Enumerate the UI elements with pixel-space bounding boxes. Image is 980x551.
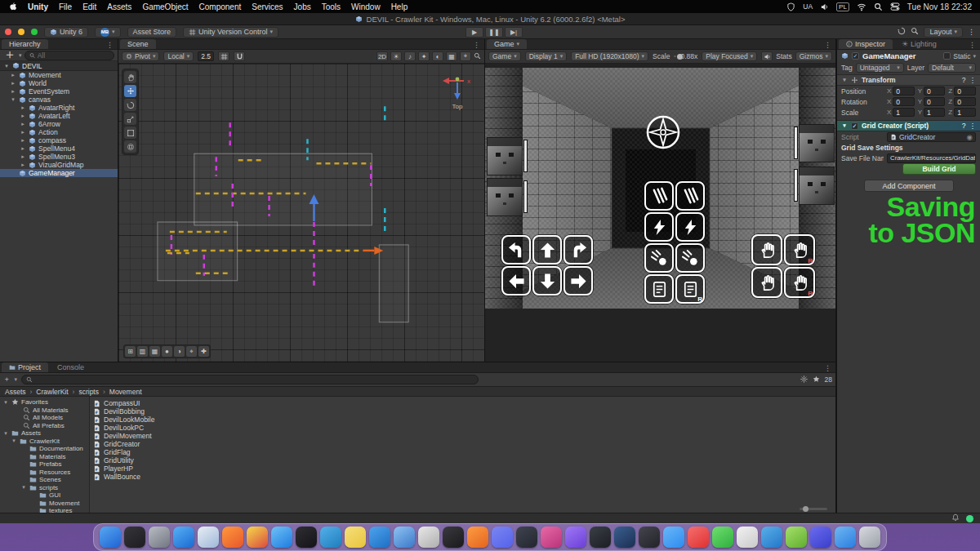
script-file-item[interactable]: DevilBobbing — [93, 407, 835, 415]
move-tool[interactable] — [124, 85, 136, 97]
position-y-field[interactable]: 0 — [924, 87, 945, 96]
pause-button[interactable]: ❚❚ — [485, 27, 503, 38]
fireball-spell-left-button[interactable] — [644, 243, 674, 273]
claw-spell-right-button[interactable] — [675, 181, 705, 211]
scale-z-field[interactable]: 1 — [954, 108, 976, 117]
input-source-indicator[interactable]: UA — [803, 2, 813, 11]
create-object-caret[interactable]: ▾ — [19, 52, 22, 59]
grid-creator-component-header[interactable]: ▾ ✓ Grid Creator (Script) ? ⋮ — [837, 120, 980, 131]
scale-tool[interactable] — [124, 113, 136, 125]
game-render-area[interactable]: R R R — [485, 68, 835, 309]
hierarchy-item[interactable]: GameManager — [0, 169, 118, 177]
tab-lighting[interactable]: ☀Lighting — [894, 39, 944, 49]
dock-app-icon[interactable] — [467, 527, 488, 548]
foldout-arrow-icon[interactable]: ▸ — [20, 104, 26, 111]
turn-right-button[interactable] — [564, 235, 593, 264]
script-file-item[interactable]: DevilLookPC — [93, 424, 835, 432]
foldout-arrow-icon[interactable]: ▸ — [20, 113, 26, 119]
static-dropdown-caret[interactable]: ▾ — [973, 53, 976, 60]
script-file-item[interactable]: PlayerHP — [93, 464, 835, 473]
menu-edit[interactable]: Edit — [82, 2, 96, 11]
foldout-arrow-icon[interactable]: ▸ — [10, 88, 16, 95]
foldout-arrow-icon[interactable]: ▸ — [10, 72, 16, 78]
tree-foldout-icon[interactable]: ▾ — [20, 484, 27, 491]
rotate-tool[interactable] — [124, 99, 136, 111]
pivot-mode-dropdown[interactable]: Pivot▾ — [122, 51, 159, 61]
foldout-arrow-icon[interactable]: ▸ — [20, 137, 26, 144]
status-notifications-icon[interactable] — [951, 513, 960, 523]
window-zoom-button[interactable] — [31, 29, 38, 35]
dock-app-icon[interactable] — [786, 527, 807, 548]
scene-view-option-icon[interactable]: ● — [162, 346, 172, 357]
menu-gameobject[interactable]: GameObject — [142, 2, 188, 11]
static-checkbox[interactable] — [943, 52, 951, 60]
rotation-y-field[interactable]: 0 — [924, 97, 945, 106]
input-source-secondary[interactable]: PL — [836, 2, 849, 11]
script-file-item[interactable]: GridCreator — [93, 440, 835, 448]
dock-app-icon[interactable] — [737, 527, 758, 548]
project-create-caret[interactable]: ▾ — [15, 376, 18, 383]
dock-app-icon[interactable] — [639, 527, 660, 548]
lightning-spell-left-button[interactable] — [644, 212, 674, 242]
dock-app-icon[interactable] — [565, 527, 586, 548]
fireball-spell-right-button[interactable] — [675, 243, 705, 273]
project-tree-item[interactable]: Prefabs — [0, 460, 89, 469]
project-tree-item[interactable]: Movement — [0, 500, 89, 508]
build-grid-button[interactable]: Build Grid — [902, 163, 976, 175]
dock-app-icon[interactable] — [271, 527, 292, 548]
dock-app-icon[interactable] — [100, 527, 121, 548]
scroll-left-button[interactable] — [644, 274, 674, 304]
party-portrait-right-2[interactable] — [799, 167, 835, 205]
scroll-right-button[interactable]: R — [675, 274, 705, 304]
window-close-button[interactable] — [5, 29, 11, 35]
resolution-dropdown[interactable]: Full HD (1920x1080)▾ — [571, 51, 648, 61]
foldout-arrow-icon[interactable]: ▾ — [10, 96, 16, 103]
tab-project[interactable]: Project — [2, 362, 48, 372]
dock-app-icon[interactable] — [247, 527, 268, 548]
gameobject-name-field[interactable]: GameManager — [862, 51, 915, 60]
rect-tool[interactable] — [124, 127, 136, 139]
project-search[interactable] — [21, 375, 479, 384]
hierarchy-item[interactable]: ▸ VizualGridMap — [0, 161, 118, 169]
handle-orientation-dropdown[interactable]: Local▾ — [163, 51, 194, 61]
project-tree-item[interactable]: Documentation — [0, 445, 89, 453]
snap-magnet-icon[interactable] — [234, 51, 245, 61]
hierarchy-item[interactable]: ▾ canvas — [0, 96, 118, 104]
grid-creator-menu-icon[interactable]: ⋮ — [969, 122, 977, 130]
script-file-item[interactable]: GridFlag — [93, 448, 835, 456]
shading-mode-icon[interactable]: ◐ — [432, 51, 443, 61]
scene-view-option-icon[interactable]: ◑ — [174, 346, 185, 357]
tab-game[interactable]: Game▾ — [487, 39, 527, 49]
script-object-field[interactable]: GridCreator ◉ — [887, 132, 976, 142]
hierarchy-menu-icon[interactable]: ⋮ — [106, 41, 114, 49]
breadcrumb-item[interactable]: Assets — [5, 388, 26, 396]
dock-app-icon[interactable] — [810, 527, 831, 548]
transform-component-header[interactable]: ▾ Transform ? ⋮ — [837, 74, 980, 86]
script-file-item[interactable]: DevilMovement — [93, 432, 835, 440]
dock-app-icon[interactable] — [369, 527, 390, 548]
add-component-button[interactable]: Add Component — [864, 180, 954, 192]
foldout-arrow-icon[interactable]: ▸ — [20, 162, 26, 168]
project-zoom-slider[interactable] — [800, 508, 827, 510]
view-hand-tool[interactable] — [124, 71, 136, 83]
scene-orientation-gizmo[interactable]: x Top — [439, 69, 476, 116]
scene-menu-icon[interactable]: ⋮ — [473, 41, 480, 49]
scene-grid-icon[interactable]: ▦ — [446, 51, 457, 61]
menu-app-name[interactable]: Unity — [28, 2, 48, 11]
right-hand-bottom-button[interactable]: R — [784, 267, 815, 298]
play-button[interactable]: ▶ — [466, 27, 483, 38]
scene-foldout-icon[interactable]: ▾ — [3, 63, 10, 69]
hierarchy-item[interactable]: ▸ compass — [0, 136, 118, 144]
dock-app-icon[interactable] — [222, 527, 243, 548]
grid-visibility-icon[interactable] — [218, 51, 229, 61]
foldout-arrow-icon[interactable]: ▸ — [20, 153, 26, 160]
dock-app-icon[interactable] — [418, 527, 439, 548]
project-tree-item[interactable]: Materials — [0, 453, 89, 461]
dock-app-icon[interactable] — [663, 527, 684, 548]
active-checkbox[interactable]: ✓ — [852, 52, 859, 60]
transform-tool[interactable] — [124, 140, 136, 153]
scale-slider-knob[interactable] — [677, 54, 683, 60]
project-search-input[interactable] — [35, 375, 474, 384]
script-file-item[interactable]: DevilLookMobile — [93, 415, 835, 424]
dock-app-icon[interactable] — [320, 527, 341, 548]
